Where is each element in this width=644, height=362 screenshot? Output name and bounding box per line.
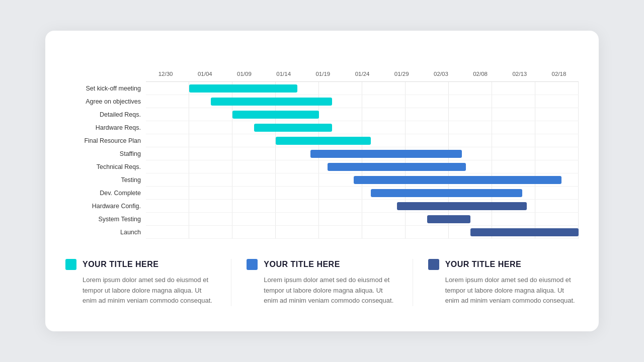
gantt-col-label: 01/04 xyxy=(185,67,224,81)
info-icon xyxy=(65,259,76,270)
gantt-bar xyxy=(276,137,371,145)
gantt-row xyxy=(146,187,579,200)
gantt-row-label: Dev. Complete xyxy=(65,187,146,200)
gantt-row xyxy=(146,82,579,95)
gantt-row xyxy=(146,147,579,160)
gantt-row xyxy=(146,95,579,108)
gantt-row xyxy=(146,160,579,173)
gantt-row xyxy=(146,200,579,213)
gantt-bar xyxy=(427,215,470,223)
info-card-header: YOUR TITLE HERE xyxy=(247,259,397,270)
gantt-bar xyxy=(189,84,297,93)
info-icon xyxy=(247,259,258,270)
gantt-col-label: 02/08 xyxy=(461,67,500,81)
info-card-title: YOUR TITLE HERE xyxy=(83,260,159,269)
gantt-row-label: Agree on objectives xyxy=(65,95,146,108)
gantt-bar xyxy=(211,98,332,106)
gantt-row-label: Detailed Reqs. xyxy=(65,108,146,121)
info-section: YOUR TITLE HERE Lorem ipsum dolor amet s… xyxy=(65,259,579,306)
gantt-col-label: 12/30 xyxy=(146,67,185,81)
gantt-row xyxy=(146,226,579,239)
gantt-col-label: 01/19 xyxy=(303,67,343,81)
gantt-row-label: Set kick-off meeting xyxy=(65,82,146,95)
gantt-col-label: 01/14 xyxy=(264,67,303,81)
gantt-chart-area: 12/3001/0401/0901/1401/1901/2401/2902/03… xyxy=(146,67,579,239)
info-card-title: YOUR TITLE HERE xyxy=(264,260,340,269)
gantt-bar xyxy=(232,111,319,119)
gantt-col-label: 02/03 xyxy=(421,67,460,81)
gantt-row xyxy=(146,134,579,147)
info-card-header: YOUR TITLE HERE xyxy=(65,259,216,270)
info-card-text: Lorem ipsum dolor amet sed do eiusmod et… xyxy=(428,275,579,306)
gantt-chart: Set kick-off meetingAgree on objectivesD… xyxy=(65,67,579,239)
gantt-bar xyxy=(328,163,466,171)
info-card-text: Lorem ipsum dolor amet sed do eiusmod et… xyxy=(247,275,397,306)
gantt-row-label: Launch xyxy=(65,226,146,239)
info-card-text: Lorem ipsum dolor amet sed do eiusmod et… xyxy=(65,275,216,306)
gantt-bar xyxy=(254,124,332,132)
info-card-title: YOUR TITLE HERE xyxy=(445,260,522,269)
gantt-bar xyxy=(371,189,522,197)
gantt-row-label: Staffing xyxy=(65,147,146,160)
gantt-col-label: 02/18 xyxy=(539,67,579,81)
gantt-row-label: Technical Reqs. xyxy=(65,160,146,173)
gantt-row xyxy=(146,173,579,187)
gantt-col-label: 02/13 xyxy=(500,67,539,81)
gantt-bar xyxy=(397,202,527,210)
gantt-labels: Set kick-off meetingAgree on objectivesD… xyxy=(65,67,146,239)
info-card: YOUR TITLE HERE Lorem ipsum dolor amet s… xyxy=(247,259,397,306)
gantt-row xyxy=(146,108,579,121)
gantt-row-label: System Testing xyxy=(65,213,146,226)
gantt-row xyxy=(146,213,579,226)
gantt-col-label: 01/29 xyxy=(382,67,421,81)
gantt-bar xyxy=(354,176,561,184)
gantt-row-label: Hardware Reqs. xyxy=(65,121,146,134)
info-card-header: YOUR TITLE HERE xyxy=(428,259,579,270)
gantt-row-label: Testing xyxy=(65,173,146,187)
gantt-row xyxy=(146,121,579,134)
gantt-bar xyxy=(470,228,579,236)
gantt-row-label: Hardware Config. xyxy=(65,200,146,213)
gantt-row-label: Final Resource Plan xyxy=(65,134,146,147)
gantt-col-label: 01/24 xyxy=(343,67,382,81)
info-icon xyxy=(428,259,439,270)
gantt-bar xyxy=(310,150,462,158)
info-card: YOUR TITLE HERE Lorem ipsum dolor amet s… xyxy=(428,259,579,306)
gantt-col-label: 01/09 xyxy=(224,67,264,81)
info-card: YOUR TITLE HERE Lorem ipsum dolor amet s… xyxy=(65,259,216,306)
main-card: Set kick-off meetingAgree on objectivesD… xyxy=(45,31,599,331)
